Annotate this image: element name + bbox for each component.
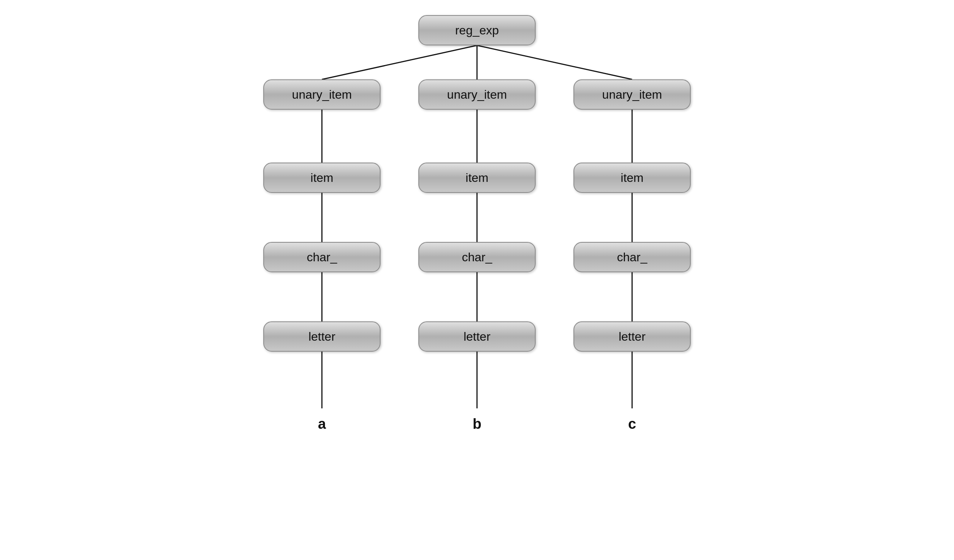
node-unary-item-2: unary_item bbox=[418, 79, 536, 110]
node-item-2: item bbox=[418, 163, 536, 193]
node-reg-exp: reg_exp bbox=[418, 15, 536, 45]
leaf-c: c bbox=[628, 416, 636, 432]
node-unary-item-3: unary_item bbox=[574, 79, 691, 110]
node-letter-3-label: letter bbox=[619, 330, 645, 344]
leaf-a: a bbox=[318, 416, 326, 432]
node-item-2-label: item bbox=[466, 171, 488, 185]
node-char-3: char_ bbox=[574, 242, 691, 272]
node-item-1-label: item bbox=[310, 171, 333, 185]
node-letter-1: letter bbox=[263, 321, 380, 352]
leaf-b: b bbox=[472, 416, 481, 432]
node-item-3-label: item bbox=[621, 171, 644, 185]
node-letter-2-label: letter bbox=[463, 330, 490, 344]
node-letter-2: letter bbox=[418, 321, 536, 352]
node-reg-exp-label: reg_exp bbox=[455, 23, 499, 37]
node-unary-item-1-label: unary_item bbox=[292, 88, 352, 102]
node-unary-item-3-label: unary_item bbox=[602, 88, 662, 102]
svg-line-0 bbox=[322, 45, 477, 79]
node-unary-item-1: unary_item bbox=[263, 79, 380, 110]
diagram-container: reg_exp unary_item unary_item unary_item… bbox=[0, 0, 954, 560]
node-unary-item-2-label: unary_item bbox=[447, 88, 507, 102]
node-char-2-label: char_ bbox=[462, 250, 492, 264]
node-item-1: item bbox=[263, 163, 380, 193]
node-char-1: char_ bbox=[263, 242, 380, 272]
node-letter-1-label: letter bbox=[308, 330, 335, 344]
node-item-3: item bbox=[574, 163, 691, 193]
node-char-2: char_ bbox=[418, 242, 536, 272]
node-char-1-label: char_ bbox=[307, 250, 337, 264]
svg-line-2 bbox=[477, 45, 632, 79]
node-letter-3: letter bbox=[574, 321, 691, 352]
node-char-3-label: char_ bbox=[617, 250, 647, 264]
